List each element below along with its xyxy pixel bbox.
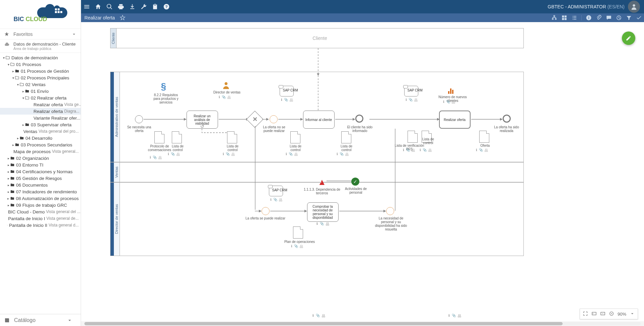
center-icon[interactable] [609, 311, 614, 317]
tree-des[interactable]: ▸04 Desarrollo [0, 135, 81, 141]
fullscreen-icon[interactable] [583, 311, 588, 317]
intermediate-si[interactable] [262, 207, 270, 215]
tree-demo[interactable]: BIC Cloud - DemoVista general del ... [0, 208, 81, 215]
menu-icon[interactable] [81, 0, 92, 13]
tree-org[interactable]: ▸02 Organización [0, 155, 81, 161]
clipboard-icon[interactable] [149, 0, 161, 13]
doc-protocolo[interactable] [154, 131, 164, 143]
download-icon[interactable] [127, 0, 138, 13]
horizontal-scrollbar[interactable] [84, 322, 641, 325]
tree-rov[interactable]: Variante Realizar ofer... [0, 115, 81, 121]
tree-proc[interactable]: ▾01 Procesos [0, 61, 81, 68]
print-icon[interactable] [115, 0, 127, 13]
grid-icon[interactable] [559, 13, 569, 22]
tree-fgrc[interactable]: ▸09 Flujos de trabajo GRC [0, 202, 81, 208]
tree-docf[interactable]: ▸06 Documentos [0, 182, 81, 188]
kpi-icon[interactable] [448, 87, 454, 96]
svg-point-2 [633, 4, 635, 7]
user-label: GBTEC - ADMINISTRATOR (ES/EN) [548, 4, 625, 9]
tree-kpi[interactable]: ▸07 Indicadores de rendimiento [0, 188, 81, 195]
search-icon[interactable] [104, 0, 115, 13]
intermediate-resuelta[interactable] [386, 207, 394, 215]
doc-plan[interactable] [293, 226, 303, 239]
svg-text:i: i [588, 16, 589, 20]
tree-root[interactable]: ▾Datos de demostración [0, 54, 81, 61]
end-realizada[interactable] [503, 115, 511, 123]
avatar[interactable] [628, 1, 640, 13]
page-title: Realizar oferta [84, 15, 115, 20]
intermediate-no[interactable] [270, 115, 278, 123]
end-informado[interactable] [355, 115, 363, 123]
tree-ps[interactable]: ▸03 Procesos Secundarios [0, 141, 81, 148]
tree-so[interactable]: ▸03 Supervisar oferta [0, 121, 81, 128]
fit-width-icon[interactable] [591, 311, 597, 317]
edit-fab[interactable] [622, 31, 635, 45]
tree-pi1[interactable]: Pantalla de Inicio IVista general de... [0, 215, 81, 222]
role-director-icon[interactable] [222, 81, 230, 91]
sidebar-tree: ▾Datos de demostración▾01 Procesos▸01 Pr… [0, 53, 81, 314]
tree-vt[interactable]: VentasVista general del pro... [0, 128, 81, 135]
help-icon[interactable]: ? [161, 0, 172, 13]
svg-point-60 [611, 313, 612, 314]
info-icon[interactable]: i [584, 13, 594, 22]
tree-mp[interactable]: Mapa de procesosVista general... [0, 148, 81, 155]
pool-cliente[interactable]: Cliente Cliente [110, 28, 524, 48]
zoom-dropdown-icon[interactable] [630, 311, 635, 317]
tree-rod[interactable]: Realizar ofertaDiagra... [0, 108, 81, 115]
doc-verif[interactable] [408, 131, 418, 143]
list-icon[interactable] [569, 13, 579, 22]
tree-pp[interactable]: ▾02 Procesos Principales [0, 74, 81, 81]
fit-page-icon[interactable] [600, 311, 605, 317]
tree-cert[interactable]: ▸04 Certificaciones y Normas [0, 168, 81, 175]
wrench-icon[interactable] [138, 0, 149, 13]
doc-lc4[interactable] [341, 131, 351, 143]
svg-point-33 [224, 82, 227, 85]
zoom-level: 90% [618, 312, 626, 317]
svg-point-56 [593, 313, 593, 314]
tree-rovg[interactable]: Realizar ofertaVista ge... [0, 101, 81, 108]
tree-ro[interactable]: ▾02 Realizar oferta [0, 94, 81, 101]
check-icon[interactable] [634, 13, 644, 22]
task-informar[interactable]: Informar al cliente [303, 111, 335, 129]
tree-ventas[interactable]: ▾02 Ventas [0, 81, 81, 88]
task-realizar[interactable]: Realizar oferta [439, 111, 471, 129]
diagram-canvas[interactable]: Cliente Cliente Administrativo de ventas… [81, 22, 644, 321]
doc-lc3[interactable] [290, 131, 300, 143]
sidebar-workspace[interactable]: Datos de demostración - ClienteÁrea de t… [0, 40, 81, 53]
doc-oferta[interactable] [479, 131, 489, 143]
logo: BIC CLOUD [0, 0, 81, 29]
hierarchy-icon[interactable] [549, 13, 559, 22]
doc-lc2[interactable] [227, 131, 237, 143]
task-comprobar[interactable]: Comprobar la necesidad de personal y su … [307, 202, 339, 222]
home-icon[interactable] [92, 0, 104, 13]
sidebar-favorites[interactable]: Favoritos [0, 29, 81, 40]
requirement-icon[interactable]: § [161, 81, 166, 92]
tree-grc[interactable]: ▸05 Gestión de Riesgos [0, 175, 81, 182]
control-icon[interactable]: ✓ [351, 178, 359, 186]
tree-auto[interactable]: ▸08 Automatización de procesos [0, 195, 81, 202]
tree-ent[interactable]: ▸03 Entorno TI [0, 161, 81, 168]
tree-pg[interactable]: ▸01 Procesos de Gestión [0, 68, 81, 74]
tree-envio[interactable]: ▸01 Envío [0, 88, 81, 94]
favorite-icon[interactable] [118, 13, 128, 22]
attachment-icon[interactable] [594, 13, 604, 22]
filter-icon[interactable] [624, 13, 634, 22]
lane-ventas[interactable]: Ventas [110, 162, 524, 182]
comment-icon[interactable] [604, 13, 614, 22]
doc-lc1[interactable] [172, 131, 182, 143]
svg-text:?: ? [165, 4, 167, 9]
risk-icon[interactable]: ▲! [318, 177, 327, 187]
history-icon[interactable] [614, 13, 624, 22]
start-event[interactable] [135, 115, 143, 123]
zoom-toolbar: 90% [580, 309, 638, 319]
svg-point-58 [602, 313, 603, 314]
tree-pi2[interactable]: Pantalla de Inicio IIVista general d... [0, 222, 81, 229]
sidebar-catalog[interactable]: Catálogo [0, 314, 81, 326]
